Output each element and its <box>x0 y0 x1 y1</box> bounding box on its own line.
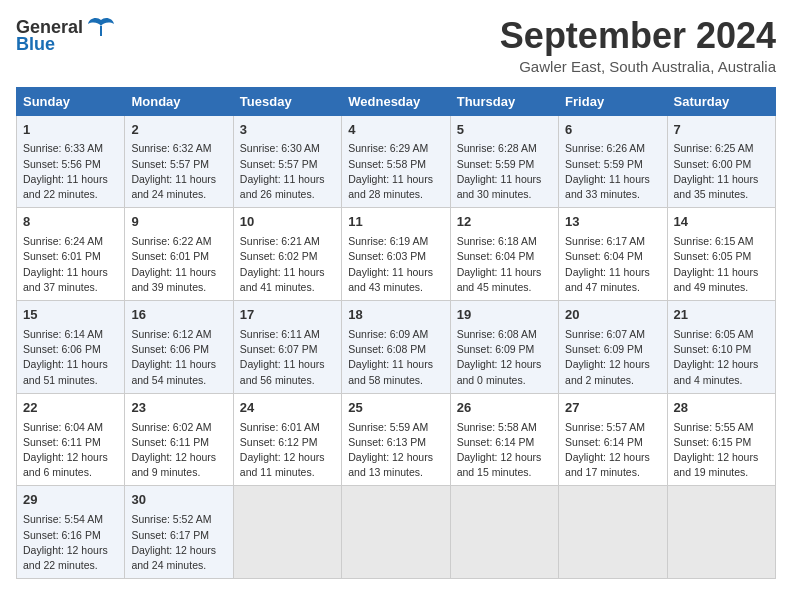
logo-blue-text: Blue <box>16 34 55 55</box>
daylight-text: Daylight: 11 hours and 37 minutes. <box>23 266 108 293</box>
sunset-text: Sunset: 5:57 PM <box>131 158 209 170</box>
day-number: 5 <box>457 121 552 140</box>
calendar-cell <box>450 486 558 579</box>
sunset-text: Sunset: 5:56 PM <box>23 158 101 170</box>
sunrise-text: Sunrise: 6:19 AM <box>348 235 428 247</box>
sunrise-text: Sunrise: 6:01 AM <box>240 421 320 433</box>
daylight-text: Daylight: 12 hours and 24 minutes. <box>131 544 216 571</box>
col-header-thursday: Thursday <box>450 87 558 115</box>
daylight-text: Daylight: 11 hours and 28 minutes. <box>348 173 433 200</box>
sunset-text: Sunset: 5:59 PM <box>457 158 535 170</box>
sunset-text: Sunset: 6:03 PM <box>348 250 426 262</box>
sunset-text: Sunset: 6:14 PM <box>457 436 535 448</box>
sunrise-text: Sunrise: 6:28 AM <box>457 142 537 154</box>
sunset-text: Sunset: 6:09 PM <box>565 343 643 355</box>
sunrise-text: Sunrise: 6:12 AM <box>131 328 211 340</box>
sunrise-text: Sunrise: 6:18 AM <box>457 235 537 247</box>
calendar-cell: 13Sunrise: 6:17 AMSunset: 6:04 PMDayligh… <box>559 208 667 301</box>
calendar-cell: 3Sunrise: 6:30 AMSunset: 5:57 PMDaylight… <box>233 115 341 208</box>
day-number: 16 <box>131 306 226 325</box>
calendar-week-row: 22Sunrise: 6:04 AMSunset: 6:11 PMDayligh… <box>17 393 776 486</box>
calendar-cell: 9Sunrise: 6:22 AMSunset: 6:01 PMDaylight… <box>125 208 233 301</box>
sunset-text: Sunset: 6:17 PM <box>131 529 209 541</box>
day-number: 26 <box>457 399 552 418</box>
calendar-week-row: 1Sunrise: 6:33 AMSunset: 5:56 PMDaylight… <box>17 115 776 208</box>
calendar-cell: 8Sunrise: 6:24 AMSunset: 6:01 PMDaylight… <box>17 208 125 301</box>
sunset-text: Sunset: 6:04 PM <box>565 250 643 262</box>
calendar-header-row: SundayMondayTuesdayWednesdayThursdayFrid… <box>17 87 776 115</box>
day-number: 21 <box>674 306 769 325</box>
sunset-text: Sunset: 6:06 PM <box>131 343 209 355</box>
calendar-cell: 17Sunrise: 6:11 AMSunset: 6:07 PMDayligh… <box>233 301 341 394</box>
calendar-cell: 18Sunrise: 6:09 AMSunset: 6:08 PMDayligh… <box>342 301 450 394</box>
daylight-text: Daylight: 11 hours and 45 minutes. <box>457 266 542 293</box>
daylight-text: Daylight: 11 hours and 39 minutes. <box>131 266 216 293</box>
day-number: 18 <box>348 306 443 325</box>
day-number: 11 <box>348 213 443 232</box>
sunrise-text: Sunrise: 6:05 AM <box>674 328 754 340</box>
sunrise-text: Sunrise: 6:26 AM <box>565 142 645 154</box>
calendar-cell: 16Sunrise: 6:12 AMSunset: 6:06 PMDayligh… <box>125 301 233 394</box>
day-number: 9 <box>131 213 226 232</box>
calendar-cell: 27Sunrise: 5:57 AMSunset: 6:14 PMDayligh… <box>559 393 667 486</box>
calendar-cell: 19Sunrise: 6:08 AMSunset: 6:09 PMDayligh… <box>450 301 558 394</box>
sunrise-text: Sunrise: 6:02 AM <box>131 421 211 433</box>
calendar-table: SundayMondayTuesdayWednesdayThursdayFrid… <box>16 87 776 580</box>
daylight-text: Daylight: 12 hours and 22 minutes. <box>23 544 108 571</box>
sunrise-text: Sunrise: 6:17 AM <box>565 235 645 247</box>
col-header-tuesday: Tuesday <box>233 87 341 115</box>
sunset-text: Sunset: 6:13 PM <box>348 436 426 448</box>
calendar-cell: 4Sunrise: 6:29 AMSunset: 5:58 PMDaylight… <box>342 115 450 208</box>
day-number: 30 <box>131 491 226 510</box>
calendar-cell: 6Sunrise: 6:26 AMSunset: 5:59 PMDaylight… <box>559 115 667 208</box>
sunrise-text: Sunrise: 6:04 AM <box>23 421 103 433</box>
sunset-text: Sunset: 6:11 PM <box>23 436 101 448</box>
sunrise-text: Sunrise: 5:57 AM <box>565 421 645 433</box>
daylight-text: Daylight: 11 hours and 22 minutes. <box>23 173 108 200</box>
calendar-cell: 11Sunrise: 6:19 AMSunset: 6:03 PMDayligh… <box>342 208 450 301</box>
daylight-text: Daylight: 11 hours and 43 minutes. <box>348 266 433 293</box>
daylight-text: Daylight: 12 hours and 6 minutes. <box>23 451 108 478</box>
sunset-text: Sunset: 6:02 PM <box>240 250 318 262</box>
sunrise-text: Sunrise: 6:29 AM <box>348 142 428 154</box>
day-number: 4 <box>348 121 443 140</box>
calendar-cell: 14Sunrise: 6:15 AMSunset: 6:05 PMDayligh… <box>667 208 775 301</box>
daylight-text: Daylight: 12 hours and 2 minutes. <box>565 358 650 385</box>
sunset-text: Sunset: 6:01 PM <box>23 250 101 262</box>
sunset-text: Sunset: 6:05 PM <box>674 250 752 262</box>
day-number: 24 <box>240 399 335 418</box>
day-number: 3 <box>240 121 335 140</box>
calendar-cell <box>233 486 341 579</box>
sunset-text: Sunset: 6:08 PM <box>348 343 426 355</box>
day-number: 15 <box>23 306 118 325</box>
day-number: 25 <box>348 399 443 418</box>
sunrise-text: Sunrise: 6:32 AM <box>131 142 211 154</box>
day-number: 23 <box>131 399 226 418</box>
sunrise-text: Sunrise: 6:11 AM <box>240 328 320 340</box>
day-number: 2 <box>131 121 226 140</box>
sunset-text: Sunset: 6:07 PM <box>240 343 318 355</box>
daylight-text: Daylight: 11 hours and 47 minutes. <box>565 266 650 293</box>
calendar-subtitle: Gawler East, South Australia, Australia <box>500 58 776 75</box>
calendar-cell: 15Sunrise: 6:14 AMSunset: 6:06 PMDayligh… <box>17 301 125 394</box>
sunset-text: Sunset: 6:15 PM <box>674 436 752 448</box>
sunrise-text: Sunrise: 5:55 AM <box>674 421 754 433</box>
daylight-text: Daylight: 12 hours and 11 minutes. <box>240 451 325 478</box>
day-number: 19 <box>457 306 552 325</box>
calendar-cell: 23Sunrise: 6:02 AMSunset: 6:11 PMDayligh… <box>125 393 233 486</box>
daylight-text: Daylight: 11 hours and 30 minutes. <box>457 173 542 200</box>
calendar-cell <box>342 486 450 579</box>
calendar-cell: 30Sunrise: 5:52 AMSunset: 6:17 PMDayligh… <box>125 486 233 579</box>
day-number: 20 <box>565 306 660 325</box>
calendar-cell: 21Sunrise: 6:05 AMSunset: 6:10 PMDayligh… <box>667 301 775 394</box>
daylight-text: Daylight: 11 hours and 33 minutes. <box>565 173 650 200</box>
sunrise-text: Sunrise: 6:15 AM <box>674 235 754 247</box>
col-header-friday: Friday <box>559 87 667 115</box>
day-number: 8 <box>23 213 118 232</box>
calendar-cell: 7Sunrise: 6:25 AMSunset: 6:00 PMDaylight… <box>667 115 775 208</box>
sunset-text: Sunset: 6:00 PM <box>674 158 752 170</box>
calendar-cell: 22Sunrise: 6:04 AMSunset: 6:11 PMDayligh… <box>17 393 125 486</box>
daylight-text: Daylight: 11 hours and 56 minutes. <box>240 358 325 385</box>
day-number: 7 <box>674 121 769 140</box>
daylight-text: Daylight: 12 hours and 15 minutes. <box>457 451 542 478</box>
